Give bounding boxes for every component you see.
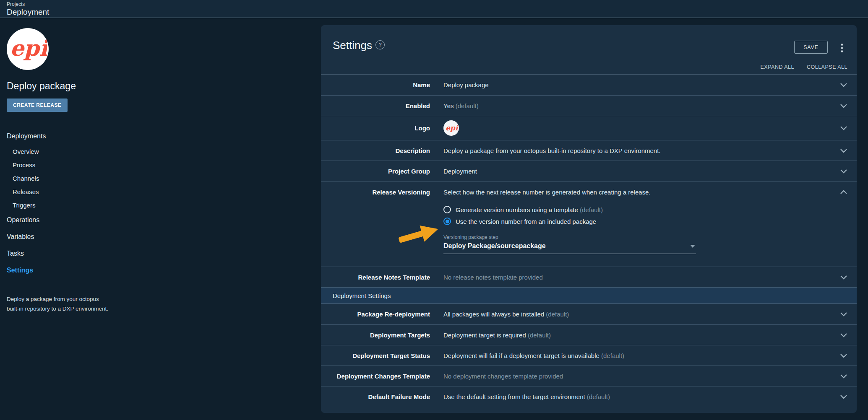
chevron-down-icon[interactable] <box>840 373 847 379</box>
radio-selected-icon[interactable] <box>443 218 451 225</box>
project-description: Deploy a package from your octopus built… <box>7 294 112 314</box>
row-deployment-targets[interactable]: Deployment Targets Deployment target is … <box>321 324 857 345</box>
default-badge: (default) <box>528 332 551 339</box>
project-logo-thumbnail: epi <box>443 120 459 136</box>
default-badge: (default) <box>601 352 624 359</box>
radio-unselected-icon[interactable] <box>443 206 451 213</box>
chevron-down-icon[interactable] <box>840 394 847 399</box>
overflow-menu-icon[interactable] <box>841 44 843 54</box>
chevron-up-icon[interactable] <box>840 189 847 194</box>
sidebar-item-settings[interactable]: Settings <box>7 262 321 279</box>
row-value: Deploy package <box>443 81 826 88</box>
chevron-down-icon[interactable] <box>840 126 847 131</box>
row-release-versioning: Release Versioning Select how the next r… <box>321 181 857 267</box>
bulk-expand-links: EXPAND ALL COLLAPSE ALL <box>760 64 847 70</box>
chevron-down-icon[interactable] <box>840 312 847 317</box>
top-bar: Projects Deployment <box>0 0 868 18</box>
row-release-notes-template[interactable]: Release Notes Template No release notes … <box>321 267 857 287</box>
row-label: Name <box>333 81 430 88</box>
row-value: Deploy a package from your octopus built… <box>443 147 826 154</box>
default-badge: (default) <box>587 393 610 400</box>
sidebar-item-releases[interactable]: Releases <box>7 185 321 198</box>
sidebar-item-operations[interactable]: Operations <box>7 212 321 228</box>
row-value: Yes (default) <box>443 102 826 109</box>
sidebar-item-overview[interactable]: Overview <box>7 145 321 158</box>
row-enabled[interactable]: Enabled Yes (default) <box>321 95 857 116</box>
row-value: Deployment <box>443 168 826 175</box>
row-description[interactable]: Description Deploy a package from your o… <box>321 140 857 161</box>
row-value: Deployment target is required (default) <box>443 332 826 339</box>
project-name: Deploy package <box>7 80 321 92</box>
chevron-down-icon[interactable] <box>840 103 847 108</box>
sidebar-item-channels[interactable]: Channels <box>7 171 321 185</box>
project-sidebar: epi Deploy package CREATE RELEASE Deploy… <box>0 18 321 420</box>
expand-all-link[interactable]: EXPAND ALL <box>760 64 794 70</box>
row-label: Package Re-deployment <box>333 311 430 318</box>
settings-card: Settings ? SAVE EXPAND ALL COLLAPSE ALL … <box>321 25 857 413</box>
default-badge: (default) <box>456 102 479 109</box>
svg-text:epi: epi <box>446 124 458 132</box>
row-label: Release Notes Template <box>333 274 430 281</box>
release-versioning-body: Generate version numbers using a templat… <box>321 202 857 267</box>
collapse-all-link[interactable]: COLLAPSE ALL <box>807 64 847 70</box>
row-package-redeployment[interactable]: Package Re-deployment All packages will … <box>321 304 857 324</box>
row-label: Description <box>333 147 430 154</box>
row-default-failure-mode[interactable]: Default Failure Mode Use the default set… <box>321 386 857 407</box>
chevron-down-icon[interactable] <box>840 353 847 358</box>
row-deployment-target-status[interactable]: Deployment Target Status Deployment will… <box>321 345 857 366</box>
release-versioning-header[interactable]: Release Versioning Select how the next r… <box>321 181 857 202</box>
select-label: Versioning package step <box>443 234 696 240</box>
sidebar-item-triggers[interactable]: Triggers <box>7 198 321 212</box>
create-release-button[interactable]: CREATE RELEASE <box>7 99 68 112</box>
chevron-down-icon[interactable] <box>840 148 847 153</box>
radio-option-template[interactable]: Generate version numbers using a templat… <box>443 206 848 213</box>
dropdown-caret-icon[interactable] <box>690 245 695 248</box>
sidebar-item-variables[interactable]: Variables <box>7 228 321 245</box>
row-value: Select how the next release number is ge… <box>443 189 826 196</box>
row-value: No release notes template provided <box>443 274 826 281</box>
row-label: Default Failure Mode <box>333 393 430 400</box>
sidebar-item-process[interactable]: Process <box>7 158 321 171</box>
row-value: Use the default setting from the target … <box>443 393 826 400</box>
project-logo: epi <box>7 28 49 70</box>
row-value: Deployment will fail if a deployment tar… <box>443 352 826 359</box>
breadcrumb[interactable]: Projects <box>7 1 868 7</box>
versioning-package-step-select[interactable]: Versioning package step Deploy Package/s… <box>443 234 696 254</box>
settings-rows: Name Deploy package Enabled Yes (default… <box>321 75 857 407</box>
chevron-down-icon[interactable] <box>840 275 847 280</box>
epi-logo-icon: epi <box>445 124 458 133</box>
row-label: Deployment Targets <box>333 332 430 339</box>
radio-option-included-package[interactable]: Use the version number from an included … <box>443 218 848 225</box>
default-badge: (default) <box>580 206 603 213</box>
chevron-down-icon[interactable] <box>840 332 847 337</box>
card-header: Settings ? SAVE EXPAND ALL COLLAPSE ALL <box>321 25 857 75</box>
row-value: No deployment changes template provided <box>443 373 826 380</box>
row-label: Project Group <box>333 168 430 175</box>
row-project-group[interactable]: Project Group Deployment <box>321 161 857 181</box>
svg-text:epi: epi <box>10 36 47 61</box>
row-value: epi <box>443 116 826 140</box>
row-logo[interactable]: Logo epi <box>321 116 857 140</box>
select-value: Deploy Package/sourcepackage <box>443 242 696 250</box>
save-button[interactable]: SAVE <box>794 41 828 54</box>
sidebar-item-tasks[interactable]: Tasks <box>7 245 321 262</box>
help-icon[interactable]: ? <box>375 40 385 49</box>
epi-logo-icon: epi <box>8 36 47 62</box>
row-label: Enabled <box>333 102 430 109</box>
row-label: Deployment Changes Template <box>333 373 430 380</box>
sidebar-item-deployments[interactable]: Deployments <box>7 128 321 145</box>
default-badge: (default) <box>546 311 569 318</box>
row-label: Deployment Target Status <box>333 352 430 359</box>
page-title: Settings <box>333 39 372 52</box>
row-name[interactable]: Name Deploy package <box>321 75 857 95</box>
chevron-down-icon[interactable] <box>840 169 847 174</box>
sidebar-nav: Deployments Overview Process Channels Re… <box>7 128 321 279</box>
row-value: All packages will always be installed (d… <box>443 311 826 318</box>
row-label: Logo <box>333 124 430 132</box>
section-header-deployment-settings: Deployment Settings <box>321 287 857 304</box>
chevron-down-icon[interactable] <box>840 83 847 88</box>
row-label: Release Versioning <box>333 189 430 196</box>
row-deployment-changes-template[interactable]: Deployment Changes Template No deploymen… <box>321 366 857 386</box>
space-title: Deployment <box>7 7 868 17</box>
